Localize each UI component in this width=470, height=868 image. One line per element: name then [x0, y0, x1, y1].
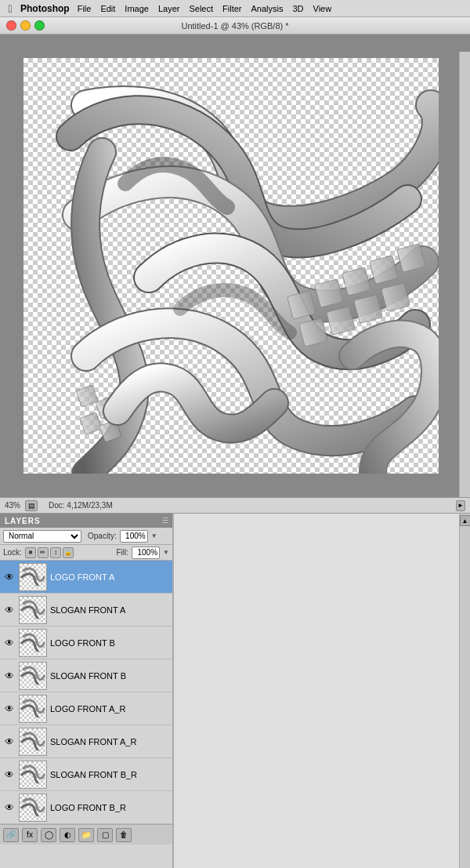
layer-row-0[interactable]: 👁LOGO FRONT A	[0, 561, 172, 594]
layer-visibility-0[interactable]: 👁	[3, 571, 16, 583]
zoom-button[interactable]: ▤	[25, 500, 38, 511]
layer-visibility-1[interactable]: 👁	[3, 604, 16, 616]
menu-select[interactable]: Select	[189, 4, 213, 13]
layer-visibility-2[interactable]: 👁	[3, 637, 16, 649]
status-bar: 43% ▤ Doc: 4,12M/23,3M ►	[0, 497, 470, 513]
maximize-button[interactable]	[34, 20, 45, 31]
layer-row-7[interactable]: 👁LOGO FRONT B_R	[0, 791, 172, 824]
layer-name-5: SLOGAN FRONT A_R	[50, 737, 169, 746]
svg-rect-11	[80, 412, 102, 434]
menu-file[interactable]: File	[78, 4, 92, 13]
layer-list: 👁LOGO FRONT A👁SLOGAN FRONT A👁LOGO FRONT …	[0, 561, 172, 824]
window-controls	[6, 20, 45, 31]
right-scrollbar[interactable]: ▲ ▼	[459, 514, 470, 868]
doc-info: Doc: 4,12M/23,3M	[49, 501, 113, 510]
layer-visibility-7[interactable]: 👁	[3, 801, 16, 814]
panel-title: LAYERS	[5, 517, 41, 525]
vertical-scrollbar[interactable]	[459, 52, 470, 497]
canvas-area	[0, 35, 470, 497]
lock-row: Lock: ◾ ✏ ↕ 🔒 Fill: ▼	[0, 545, 172, 561]
layer-row-1[interactable]: 👁SLOGAN FRONT A	[0, 594, 172, 626]
new-layer-button[interactable]: ▢	[97, 828, 113, 842]
panel-options-icon[interactable]: ☰	[158, 514, 172, 528]
layer-thumbnail-7	[19, 794, 47, 822]
artwork-svg	[24, 58, 439, 474]
menu-3d[interactable]: 3D	[292, 4, 303, 13]
new-adjustment-button[interactable]: ◐	[60, 828, 75, 842]
app-name: Photoshop	[20, 3, 70, 14]
panel-header: LAYERS ☰	[0, 514, 172, 528]
apple-logo[interactable]: 	[3, 2, 17, 16]
lock-all-icon[interactable]: 🔒	[63, 547, 74, 558]
canvas[interactable]	[24, 58, 439, 474]
fill-input[interactable]	[132, 547, 160, 559]
delete-layer-button[interactable]: 🗑	[116, 828, 132, 842]
lock-pixels-icon[interactable]: ✏	[38, 547, 49, 558]
menu-filter[interactable]: Filter	[222, 4, 241, 13]
menu-items: File Edit Image Layer Select Filter Anal…	[78, 4, 332, 13]
layer-name-6: SLOGAN FRONT B_R	[50, 770, 169, 779]
layer-row-4[interactable]: 👁LOGO FRONT A_R	[0, 692, 172, 725]
menu-image[interactable]: Image	[125, 4, 149, 13]
layer-visibility-6[interactable]: 👁	[3, 768, 16, 781]
layer-visibility-3[interactable]: 👁	[3, 670, 16, 682]
panel-footer: 🔗 fx ◯ ◐ 📁 ▢ 🗑	[0, 824, 172, 844]
layer-thumbnail-4	[19, 695, 47, 723]
layer-name-3: SLOGAN FRONT B	[50, 671, 169, 681]
new-group-button[interactable]: 📁	[78, 828, 94, 842]
right-panel: ▲ ▼	[172, 513, 470, 868]
lock-icons: ◾ ✏ ↕ 🔒	[25, 547, 74, 558]
layer-name-4: LOGO FRONT A_R	[50, 704, 169, 714]
layer-name-1: SLOGAN FRONT A	[50, 605, 169, 615]
menu-bar:  Photoshop File Edit Image Layer Select…	[0, 0, 470, 17]
layer-thumbnail-6	[19, 761, 47, 789]
layer-name-7: LOGO FRONT B_R	[50, 803, 169, 812]
layers-panel: LAYERS ☰ Normal Opacity: ▼ Lock: ◾ ✏ ↕ 🔒…	[0, 513, 172, 868]
layer-name-2: LOGO FRONT B	[50, 638, 169, 648]
opacity-arrow-icon: ▼	[151, 532, 157, 539]
add-mask-button[interactable]: ◯	[41, 828, 56, 842]
layer-row-5[interactable]: 👁SLOGAN FRONT A_R	[0, 725, 172, 758]
layer-thumbnail-3	[19, 662, 47, 690]
lock-position-icon[interactable]: ↕	[50, 547, 61, 558]
lock-transparent-icon[interactable]: ◾	[25, 547, 36, 558]
window-title: Untitled-1 @ 43% (RGB/8) *	[181, 21, 288, 31]
menu-edit[interactable]: Edit	[100, 4, 115, 13]
title-bar: Untitled-1 @ 43% (RGB/8) *	[0, 17, 470, 35]
bottom-area: LAYERS ☰ Normal Opacity: ▼ Lock: ◾ ✏ ↕ 🔒…	[0, 513, 470, 868]
menu-layer[interactable]: Layer	[158, 4, 180, 13]
layer-row-6[interactable]: 👁SLOGAN FRONT B_R	[0, 758, 172, 791]
opacity-input[interactable]	[120, 530, 148, 543]
menu-analysis[interactable]: Analysis	[251, 4, 284, 13]
status-arrow[interactable]: ►	[456, 500, 465, 511]
layer-visibility-5[interactable]: 👁	[3, 735, 16, 748]
lock-label: Lock:	[3, 548, 22, 557]
link-layers-button[interactable]: 🔗	[3, 828, 19, 842]
zoom-level: 43%	[5, 501, 20, 510]
minimize-button[interactable]	[20, 20, 31, 31]
menu-view[interactable]: View	[313, 4, 332, 13]
blend-mode-select[interactable]: Normal	[3, 530, 81, 543]
layer-thumbnail-0	[19, 563, 47, 591]
scroll-up-button[interactable]: ▲	[460, 515, 471, 526]
layer-thumbnail-5	[19, 728, 47, 756]
svg-rect-9	[76, 385, 98, 407]
layer-thumbnail-2	[19, 629, 47, 657]
fill-label: Fill:	[117, 548, 129, 557]
close-button[interactable]	[6, 20, 16, 31]
opacity-label: Opacity:	[88, 532, 117, 540]
layer-thumbnail-1	[19, 596, 47, 624]
blend-mode-row: Normal Opacity: ▼	[0, 528, 172, 545]
fill-arrow-icon: ▼	[163, 549, 169, 556]
layer-visibility-4[interactable]: 👁	[3, 703, 16, 715]
layer-row-3[interactable]: 👁SLOGAN FRONT B	[0, 659, 172, 692]
layer-name-0: LOGO FRONT A	[50, 572, 169, 582]
layer-effects-button[interactable]: fx	[22, 828, 38, 842]
layer-row-2[interactable]: 👁LOGO FRONT B	[0, 626, 172, 659]
